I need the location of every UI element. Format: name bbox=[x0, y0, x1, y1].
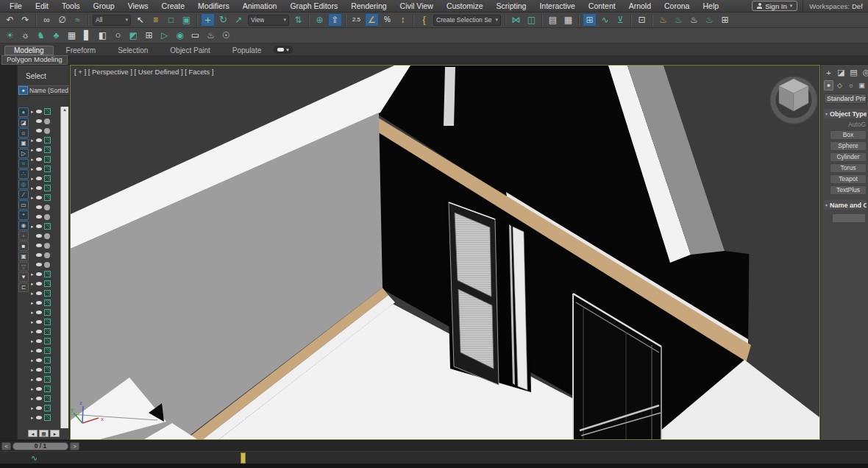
visibility-eye-icon[interactable] bbox=[36, 196, 42, 199]
menu-animation[interactable]: Animation bbox=[236, 1, 284, 10]
tab-object-paint[interactable]: Object Paint bbox=[160, 46, 219, 55]
sun-icon[interactable]: ☼ bbox=[18, 29, 32, 42]
filter-combinator-icon[interactable]: ▽ bbox=[18, 262, 29, 272]
display-bones-icon[interactable]: ◎ bbox=[18, 180, 29, 189]
expand-arrow-icon[interactable]: ▸ bbox=[31, 176, 36, 182]
display-pen-icon[interactable]: ∕ bbox=[18, 190, 29, 199]
align-icon[interactable]: ◫ bbox=[524, 13, 538, 26]
expand-arrow-icon[interactable]: ▸ bbox=[31, 358, 36, 364]
menu-graph-editors[interactable]: Graph Editors bbox=[283, 1, 344, 10]
visibility-eye-icon[interactable] bbox=[36, 244, 42, 247]
visibility-eye-icon[interactable] bbox=[36, 148, 42, 152]
scene-explorer-row[interactable]: ▸ bbox=[31, 298, 60, 308]
display-toggle-icon[interactable]: ● bbox=[18, 86, 28, 95]
torus-icon[interactable]: ○ bbox=[111, 29, 125, 42]
scene-explorer-row[interactable] bbox=[31, 202, 60, 212]
visibility-eye-icon[interactable] bbox=[36, 157, 42, 161]
ribbon-overflow-button[interactable]: ▾ bbox=[274, 46, 293, 54]
primitive-button-sphere[interactable]: Sphere bbox=[830, 141, 867, 151]
video-window-icon[interactable]: ▷ bbox=[157, 29, 171, 42]
scene-explorer-row[interactable] bbox=[31, 126, 60, 135]
layers-icon[interactable]: ◩ bbox=[127, 29, 140, 42]
percent-snap-toggle-icon[interactable]: % bbox=[380, 13, 394, 26]
scene-explorer-row[interactable]: ▸ bbox=[31, 155, 60, 164]
scroll-left-icon[interactable]: ◂ bbox=[28, 430, 38, 437]
menu-content[interactable]: Content bbox=[582, 1, 622, 10]
menu-file[interactable]: File bbox=[3, 1, 29, 10]
camera-icon[interactable]: ◉ bbox=[173, 29, 187, 42]
expand-arrow-icon[interactable]: ▸ bbox=[31, 281, 36, 287]
visibility-eye-icon[interactable] bbox=[36, 234, 42, 238]
hierarchy-tab-icon[interactable]: ▤ bbox=[849, 68, 858, 77]
select-filled-box-icon[interactable]: ■ bbox=[18, 241, 29, 251]
next-frame-button[interactable]: > bbox=[70, 442, 79, 450]
visibility-eye-icon[interactable] bbox=[36, 129, 42, 132]
menu-group[interactable]: Group bbox=[87, 1, 121, 10]
expand-arrow-icon[interactable]: ▸ bbox=[31, 319, 36, 325]
scene-explorer-row[interactable] bbox=[31, 212, 60, 221]
visibility-eye-icon[interactable] bbox=[36, 224, 42, 228]
sign-in-button[interactable]: Sign In ▾ bbox=[752, 1, 797, 11]
menu-help[interactable]: Help bbox=[696, 1, 725, 10]
expand-arrow-icon[interactable]: ▸ bbox=[31, 195, 36, 201]
scroll-up-icon[interactable]: ▲ bbox=[61, 107, 68, 113]
scene-explorer-row[interactable] bbox=[31, 260, 60, 269]
rectangular-selection-region-icon[interactable]: □ bbox=[164, 13, 178, 26]
tab-modeling[interactable]: Modeling bbox=[4, 46, 54, 55]
expand-arrow-icon[interactable]: ▸ bbox=[31, 405, 36, 411]
grid-box-icon[interactable]: ⊞ bbox=[142, 29, 156, 42]
expand-arrow-icon[interactable]: ▸ bbox=[31, 348, 36, 354]
window-crossing-toggle-icon[interactable]: ▣ bbox=[179, 13, 193, 26]
expand-arrow-icon[interactable]: ▸ bbox=[31, 147, 36, 153]
expand-arrow-icon[interactable]: ▸ bbox=[31, 291, 36, 297]
render-setup-icon[interactable]: ♨ bbox=[656, 13, 670, 26]
autogrid-checkbox-label[interactable]: AutoG bbox=[824, 118, 867, 129]
expand-arrow-icon[interactable]: ▸ bbox=[31, 185, 36, 191]
scene-explorer-row[interactable]: ▸ bbox=[31, 336, 60, 346]
visibility-eye-icon[interactable] bbox=[36, 186, 42, 190]
animal-icon[interactable]: ♞ bbox=[34, 29, 48, 42]
visibility-eye-icon[interactable] bbox=[36, 330, 42, 333]
folder-icon[interactable]: ⊏ bbox=[18, 283, 29, 292]
expand-arrow-icon[interactable]: ▸ bbox=[31, 300, 36, 306]
display-frozen-icon[interactable]: * bbox=[18, 210, 29, 220]
redo-icon[interactable]: ↷ bbox=[18, 13, 32, 26]
filter-icon[interactable]: ▼ bbox=[18, 272, 29, 282]
scene-explorer-row[interactable]: ▸ bbox=[31, 107, 60, 116]
bind-to-space-warp-icon[interactable]: ≈ bbox=[71, 13, 85, 26]
menu-corona[interactable]: Corona bbox=[658, 1, 696, 10]
viewport-label[interactable]: [ + ] [ Perspective ] [ User Defined ] [… bbox=[74, 68, 213, 76]
scene-explorer-row[interactable]: ▸ bbox=[31, 308, 60, 317]
expand-arrow-icon[interactable]: ▸ bbox=[31, 157, 36, 163]
primitive-button-box[interactable]: Box bbox=[830, 130, 867, 140]
workspaces-control[interactable]: Workspaces: Def bbox=[803, 0, 864, 13]
door-icon[interactable]: ◧ bbox=[96, 29, 110, 42]
scene-explorer-row[interactable]: ▸ bbox=[31, 346, 60, 355]
menu-edit[interactable]: Edit bbox=[29, 1, 55, 10]
scene-explorer-row[interactable]: ▸ bbox=[31, 135, 60, 145]
display-spacewarps-icon[interactable]: ≈ bbox=[18, 159, 29, 169]
object-name-field[interactable] bbox=[832, 213, 866, 223]
visibility-eye-icon[interactable] bbox=[36, 110, 42, 113]
teapot-wire-icon[interactable]: ♨ bbox=[204, 29, 218, 42]
scene-explorer-row[interactable]: ▸ bbox=[31, 174, 60, 183]
select-by-name-icon[interactable]: ≡ bbox=[149, 13, 163, 26]
unlink-selection-icon[interactable]: ∅ bbox=[55, 13, 69, 26]
window-icon[interactable]: ▦ bbox=[65, 29, 79, 42]
menu-tools[interactable]: Tools bbox=[55, 1, 87, 10]
visibility-eye-icon[interactable] bbox=[36, 282, 42, 286]
geometry-category-icon[interactable]: ● bbox=[824, 80, 833, 91]
display-none-icon[interactable]: ● bbox=[18, 107, 29, 117]
menu-arnold[interactable]: Arnold bbox=[622, 1, 658, 10]
scene-explorer-column-header[interactable]: ● Name (Sorted A bbox=[18, 85, 69, 96]
display-lights-icon[interactable]: ☼ bbox=[18, 128, 29, 138]
a360-gallery-icon[interactable]: ⊞ bbox=[718, 13, 732, 26]
menu-customize[interactable]: Customize bbox=[440, 1, 490, 10]
menu-scripting[interactable]: Scripting bbox=[490, 1, 533, 10]
name-and-color-rollout[interactable]: ▾ Name and Co bbox=[824, 200, 867, 210]
spinner-snap-toggle-icon[interactable]: ↕ bbox=[396, 13, 410, 26]
use-pivot-point-center-icon[interactable]: ⇅ bbox=[291, 13, 305, 26]
expand-arrow-icon[interactable]: ▸ bbox=[31, 386, 36, 392]
scene-explorer-row[interactable]: ▸ bbox=[31, 164, 60, 174]
tab-freeform[interactable]: Freeform bbox=[57, 46, 106, 55]
